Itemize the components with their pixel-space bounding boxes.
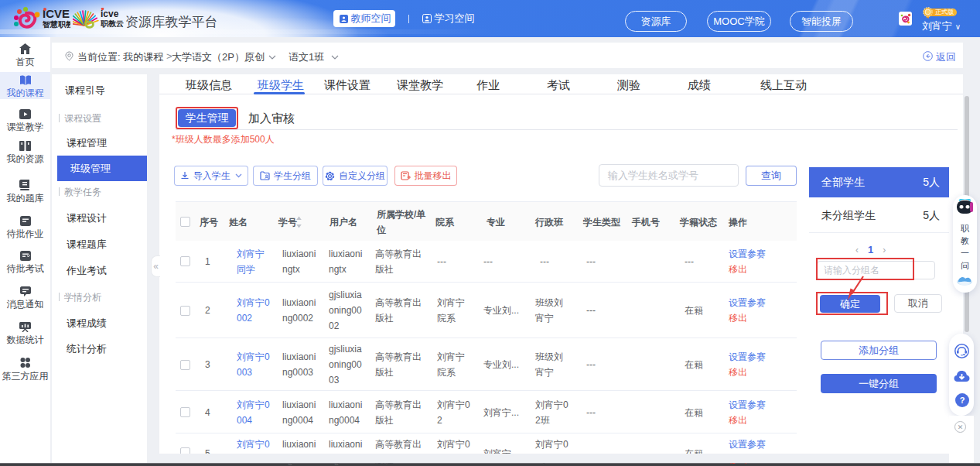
svg-text:?: ?: [960, 396, 965, 405]
svg-text:职教云: 职教云: [101, 19, 124, 28]
svg-text:ICVE: ICVE: [43, 7, 70, 20]
svg-text:智慧职教: 智慧职教: [43, 20, 70, 29]
svg-text:icve: icve: [101, 9, 119, 19]
